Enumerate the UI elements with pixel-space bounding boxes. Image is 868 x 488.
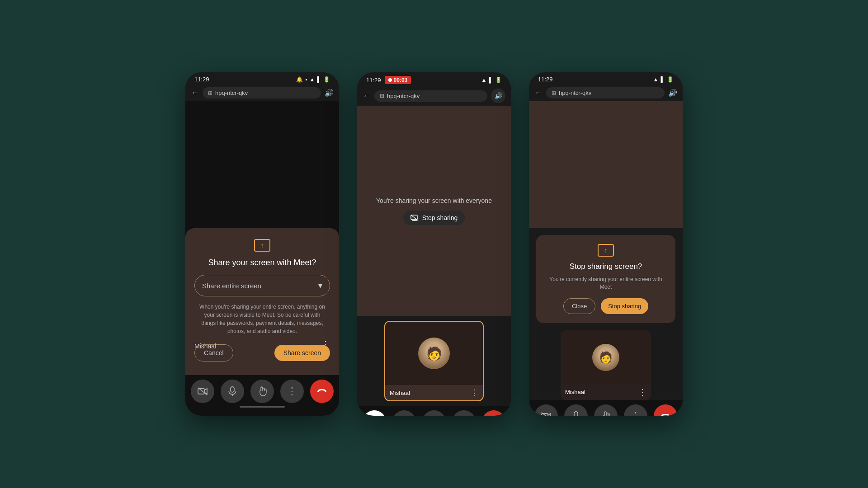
stop-sharing-button[interactable]: Stop sharing [403, 211, 465, 225]
recording-time: 00:03 [394, 77, 408, 83]
phone-3: 11:29 ▲ ▌ 🔋 ← ⊞ hpq-ntcr-qkv 🔊 [529, 72, 683, 416]
back-button-2[interactable]: ← [363, 91, 371, 101]
sound-icon-3[interactable]: 🔊 [668, 89, 677, 97]
sharing-text: You're sharing your screen with everyone [376, 197, 492, 204]
dialog-warning-text: When you're sharing your entire screen, … [194, 303, 330, 335]
status-bar-1: 11:29 🔔 ▪ ▲ ▌ 🔋 [185, 72, 339, 84]
participant-avatar-3: 🧑 [592, 344, 619, 371]
phones-container: 11:29 🔔 ▪ ▲ ▌ 🔋 ← ⊞ hpq-ntcr-qkv 🔊 Misha… [185, 72, 683, 416]
camera-button-3[interactable] [534, 404, 558, 416]
url-text-1: hpq-ntcr-qkv [215, 89, 248, 96]
bottom-controls-3: ⋮ [529, 400, 683, 416]
status-bar-3: 11:29 ▲ ▌ 🔋 [529, 72, 683, 84]
end-call-button-3[interactable] [654, 404, 677, 416]
bottom-controls-1: ⋮ [185, 375, 339, 416]
dropdown-value: Share entire screen [202, 282, 261, 290]
back-button-1[interactable]: ← [191, 88, 199, 98]
participant-label-row-3: Mishaal ⋮ [561, 385, 651, 400]
participant-tile-3: 🧑 Mishaal ⋮ [561, 330, 651, 400]
status-icons-1: 🔔 ▪ ▲ ▌ 🔋 [296, 76, 330, 83]
battery-icon: 🔋 [323, 76, 330, 83]
participant-avatar-2: 🧑 [418, 338, 450, 369]
phone2-bottom: 🧑 Mishaal ⋮ [357, 316, 511, 416]
dialog-icon [194, 239, 330, 252]
share-dialog: Share your screen with Meet? Share entir… [185, 228, 339, 375]
url-box-1[interactable]: ⊞ hpq-ntcr-qkv [203, 87, 321, 99]
end-call-icon [316, 388, 327, 394]
url-text-3: hpq-ntcr-qkv [559, 89, 591, 96]
address-bar-3: ← ⊞ hpq-ntcr-qkv 🔊 [529, 84, 683, 101]
phone3-content: Stop sharing screen? You're currently sh… [529, 101, 683, 416]
participant-name-2: Mishaal [390, 389, 410, 396]
home-bar-1 [240, 406, 285, 408]
mic-icon [228, 386, 236, 396]
browser-icon-1: ⊞ [208, 90, 212, 96]
stop-dialog: Stop sharing screen? You're currently sh… [536, 235, 675, 323]
phone-1: 11:29 🔔 ▪ ▲ ▌ 🔋 ← ⊞ hpq-ntcr-qkv 🔊 Misha… [185, 72, 339, 416]
mic-button-2[interactable] [392, 410, 416, 416]
stop-sharing-icon [410, 215, 419, 221]
sharing-area: You're sharing your screen with everyone… [357, 106, 511, 316]
user-name-1: Mishaal [194, 343, 216, 350]
end-call-button-1[interactable] [310, 380, 334, 403]
sound-icon-1[interactable]: 🔊 [325, 89, 334, 97]
more-vert-3[interactable]: ⋮ [638, 387, 646, 397]
share-type-dropdown[interactable]: Share entire screen ▾ [194, 275, 330, 296]
controls-row-1: ⋮ [185, 380, 339, 403]
recording-badge: 00:03 [385, 76, 411, 84]
controls-row-2: ⋮ [357, 410, 511, 416]
notification-icon: 🔔 [296, 76, 303, 83]
phone-2: 11:29 00:03 ▲ ▌ 🔋 ← ⊞ hpq-ntcr-qkv 🔊 [357, 72, 511, 416]
hand-icon-3 [601, 411, 610, 416]
mic-button-1[interactable] [221, 380, 244, 403]
home-indicator-1 [185, 403, 339, 408]
close-button-3[interactable]: Close [563, 298, 595, 314]
chevron-down-icon: ▾ [318, 281, 322, 291]
avatar-face-3: 🧑 [592, 344, 619, 371]
more-button-1[interactable]: ⋮ [280, 380, 304, 403]
avatar-face-2: 🧑 [418, 338, 450, 369]
participant-video-2: 🧑 [385, 322, 483, 385]
wifi-icon-3: ▲ [653, 76, 659, 83]
wifi-icon-2: ▲ [481, 77, 487, 83]
battery-icon-3: 🔋 [667, 76, 674, 83]
recording-dot [388, 78, 392, 82]
camera-button-2[interactable] [363, 410, 386, 416]
signal-icon: ▌ [317, 76, 321, 83]
screen-share-icon [254, 239, 270, 252]
status-icons-2: ▲ ▌ 🔋 [481, 77, 502, 83]
status-bar-2: 11:29 00:03 ▲ ▌ 🔋 [357, 72, 511, 86]
sound-button-2[interactable]: 🔊 [491, 89, 505, 103]
address-bar-1: ← ⊞ hpq-ntcr-qkv 🔊 [185, 84, 339, 101]
hand-button-1[interactable] [250, 380, 274, 403]
mic-icon-3 [572, 411, 580, 416]
time-2: 11:29 [366, 77, 381, 84]
camera-button-1[interactable] [191, 380, 214, 403]
stop-dialog-buttons: Close Stop sharing [545, 298, 666, 314]
mic-button-3[interactable] [564, 404, 588, 416]
more-vert-2[interactable]: ⋮ [470, 388, 478, 398]
participant-label-row-2: Mishaal ⋮ [385, 385, 483, 400]
more-button-3[interactable]: ⋮ [624, 404, 647, 416]
screen-share-icon-3 [598, 244, 614, 257]
hand-button-2[interactable] [422, 410, 446, 416]
more-vert-bottom-1[interactable]: ⋮ [321, 339, 330, 350]
time-1: 11:29 [194, 76, 209, 83]
dialog-title: Share your screen with Meet? [194, 258, 330, 267]
url-box-2[interactable]: ⊞ hpq-ntcr-qkv [374, 90, 487, 102]
url-box-3[interactable]: ⊞ hpq-ntcr-qkv [546, 87, 665, 99]
end-call-button-2[interactable] [482, 410, 505, 416]
back-button-3[interactable]: ← [534, 88, 542, 98]
stop-dialog-description: You're currently sharing your entire scr… [545, 276, 666, 291]
phone3-top [529, 101, 683, 228]
sim-icon: ▪ [305, 76, 307, 83]
address-bar-2: ← ⊞ hpq-ntcr-qkv 🔊 [357, 86, 511, 106]
more-button-2[interactable]: ⋮ [452, 410, 476, 416]
phone1-content: Mishaal ⋮ Share your screen with Meet? S… [185, 101, 339, 375]
controls-row-3: ⋮ [529, 404, 683, 416]
wifi-icon: ▲ [310, 76, 315, 83]
stop-sharing-button-3[interactable]: Stop sharing [601, 298, 648, 314]
participant-section-3: 🧑 Mishaal ⋮ [529, 330, 683, 400]
hand-button-3[interactable] [594, 404, 618, 416]
camera-off-icon [198, 387, 208, 395]
